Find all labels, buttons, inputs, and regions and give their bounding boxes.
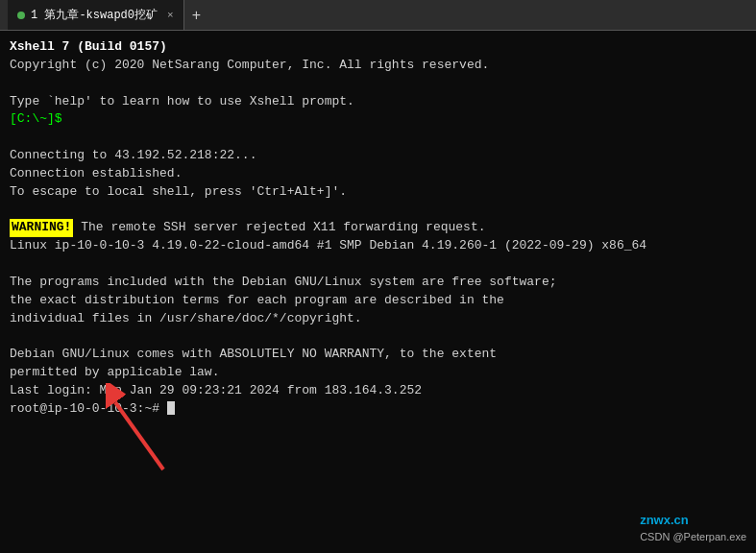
line-escape: To escape to local shell, press 'Ctrl+Al… xyxy=(10,183,746,202)
line-last-login: Last login: Mon Jan 29 09:23:21 2024 fro… xyxy=(10,382,746,400)
terminal-area[interactable]: Xshell 7 (Build 0157) Copyright (c) 2020… xyxy=(0,31,756,553)
line-permitted: permitted by applicable law. xyxy=(10,364,746,382)
tab-area: 1 第九章-kswapd0挖矿 × + xyxy=(8,0,748,30)
new-tab-button[interactable]: + xyxy=(184,0,208,31)
watermark-site: znwx.cn xyxy=(640,513,689,527)
line-empty-2 xyxy=(10,129,746,147)
line-copyright: Copyright (c) 2020 NetSarang Computer, I… xyxy=(10,57,746,75)
line-empty-4 xyxy=(10,255,746,274)
terminal-output: Xshell 7 (Build 0157) Copyright (c) 2020… xyxy=(10,38,746,419)
line-help: Type `help' to learn how to use Xshell p… xyxy=(10,93,746,111)
line-programs: The programs included with the Debian GN… xyxy=(10,274,746,292)
line-empty-5 xyxy=(10,328,746,347)
line-empty-3 xyxy=(10,202,746,220)
prompt-text: root@ip-10-0-10-3:~# xyxy=(10,401,167,416)
connection-indicator xyxy=(17,12,25,19)
warning-badge: WARNING! xyxy=(10,219,73,237)
title-bar: 1 第九章-kswapd0挖矿 × + xyxy=(0,0,756,31)
line-established: Connection established. xyxy=(10,165,746,183)
watermark-suffix: CSDN @Peterpan.exe xyxy=(640,531,746,542)
line-individual: individual files in /usr/share/doc/*/cop… xyxy=(10,310,746,328)
tab-close-button[interactable]: × xyxy=(167,10,174,21)
line-debian-warranty: Debian GNU/Linux comes with ABSOLUTELY N… xyxy=(10,346,746,364)
line-linux-info: Linux ip-10-0-10-3 4.19.0-22-cloud-amd64… xyxy=(10,237,746,255)
active-tab[interactable]: 1 第九章-kswapd0挖矿 × xyxy=(8,0,184,30)
tab-label: 1 第九章-kswapd0挖矿 xyxy=(31,7,158,23)
line-root-prompt: root@ip-10-0-10-3:~# xyxy=(10,400,746,419)
line-distribution: the exact distribution terms for each pr… xyxy=(10,292,746,310)
line-empty-1 xyxy=(10,75,746,93)
terminal-cursor xyxy=(167,401,175,415)
line-connecting: Connecting to 43.192.52.218:22... xyxy=(10,147,746,165)
line-xshell-version: Xshell 7 (Build 0157) xyxy=(10,38,746,57)
line-warning: WARNING! The remote SSH server rejected … xyxy=(10,219,746,237)
watermark: znwx.cn CSDN @Peterpan.exe xyxy=(640,512,746,545)
line-local-prompt: [C:\~]$ xyxy=(10,110,746,129)
